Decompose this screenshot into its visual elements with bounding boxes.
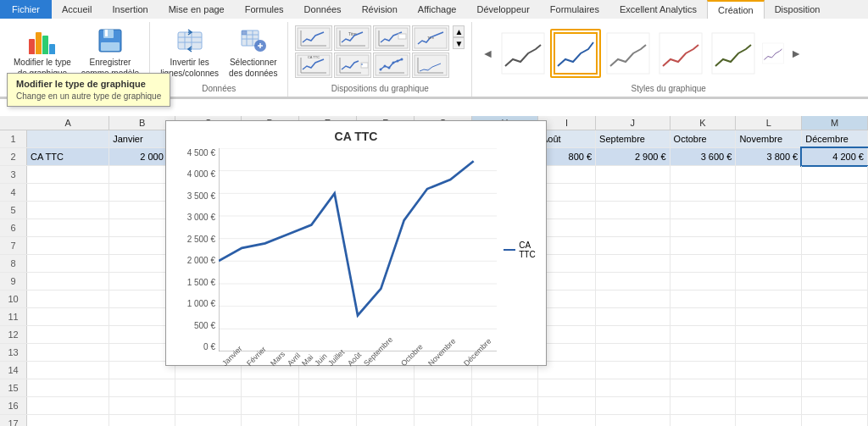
cell-11-k[interactable]: [670, 308, 737, 325]
cell-4-a[interactable]: [27, 184, 109, 201]
style-1[interactable]: [498, 29, 548, 78]
cell-14-a[interactable]: [27, 362, 109, 379]
cell-12-m[interactable]: [802, 326, 868, 343]
tab-disposition[interactable]: Disposition: [765, 0, 831, 19]
cell-11-m[interactable]: [802, 308, 868, 325]
col-header-j[interactable]: J: [596, 116, 670, 130]
cell-2-j[interactable]: 2 900 €: [596, 148, 670, 165]
cell-8-m[interactable]: [802, 255, 868, 272]
cell-12-k[interactable]: [670, 326, 737, 343]
cell-17-i[interactable]: [538, 415, 596, 426]
cell-4-m[interactable]: [802, 184, 868, 201]
cell-6-k[interactable]: [670, 219, 737, 236]
layout-scroll-down[interactable]: ▼: [453, 37, 465, 49]
cell-17-c[interactable]: [175, 415, 242, 426]
tab-formules[interactable]: Formules: [235, 0, 294, 19]
cell-1-l[interactable]: Novembre: [736, 130, 802, 147]
layout-7[interactable]: [373, 53, 410, 78]
cell-17-e[interactable]: [299, 415, 357, 426]
cell-12-l[interactable]: [736, 326, 802, 343]
cell-11-a[interactable]: [27, 308, 109, 325]
cell-16-e[interactable]: [299, 397, 357, 414]
style-6[interactable]: [760, 29, 786, 78]
cell-8-k[interactable]: [670, 255, 737, 272]
cell-17-b[interactable]: [109, 415, 175, 426]
cell-15-e[interactable]: [299, 379, 357, 396]
cell-3-l[interactable]: [736, 166, 802, 183]
cell-13-l[interactable]: [736, 344, 802, 361]
cell-15-c[interactable]: [175, 379, 242, 396]
styles-scroll-right[interactable]: ►: [787, 47, 804, 60]
cell-7-i[interactable]: [538, 237, 596, 254]
cell-9-a[interactable]: [27, 273, 109, 290]
cell-5-a[interactable]: [27, 202, 109, 219]
layout-4[interactable]: Titre: [412, 25, 449, 51]
cell-3-i[interactable]: [538, 166, 596, 183]
layout-3[interactable]: [373, 25, 410, 51]
chart-container[interactable]: CA TTC 4 500 € 4 000 € 3 500 € 3 000 € 2…: [165, 120, 547, 366]
cell-17-j[interactable]: [596, 415, 670, 426]
cell-5-j[interactable]: [596, 202, 670, 219]
cell-5-l[interactable]: [736, 202, 802, 219]
cell-10-k[interactable]: [670, 290, 737, 307]
cell-17-k[interactable]: [670, 415, 737, 426]
cell-2-m[interactable]: 4 200 €: [802, 148, 868, 165]
cell-14-j[interactable]: [596, 362, 670, 379]
tab-mise-en-page[interactable]: Mise en page: [159, 0, 235, 19]
cell-5-i[interactable]: [538, 202, 596, 219]
cell-15-j[interactable]: [596, 379, 670, 396]
cell-11-l[interactable]: [736, 308, 802, 325]
cell-16-d[interactable]: [242, 397, 299, 414]
cell-1-a[interactable]: [27, 130, 109, 147]
cell-17-a[interactable]: [27, 415, 109, 426]
cell-7-j[interactable]: [596, 237, 670, 254]
cell-15-m[interactable]: [802, 379, 868, 396]
tab-revision[interactable]: Révision: [352, 0, 408, 19]
col-header-k[interactable]: K: [670, 116, 737, 130]
cell-10-l[interactable]: [736, 290, 802, 307]
cell-14-i[interactable]: [538, 362, 596, 379]
cell-7-l[interactable]: [736, 237, 802, 254]
cell-2-l[interactable]: 3 800 €: [736, 148, 802, 165]
layout-scroll-up[interactable]: ▲: [453, 25, 465, 37]
cell-10-m[interactable]: [802, 290, 868, 307]
cell-15-a[interactable]: [27, 379, 109, 396]
cell-1-k[interactable]: Octobre: [670, 130, 737, 147]
cell-16-f[interactable]: [357, 397, 415, 414]
cell-11-j[interactable]: [596, 308, 670, 325]
cell-8-j[interactable]: [596, 255, 670, 272]
tab-developpeur[interactable]: Développeur: [466, 0, 539, 19]
style-3[interactable]: [603, 29, 654, 78]
cell-1-j[interactable]: Septembre: [596, 130, 670, 147]
cell-17-f[interactable]: [357, 415, 415, 426]
cell-6-j[interactable]: [596, 219, 670, 236]
cell-2-k[interactable]: 3 600 €: [670, 148, 737, 165]
cell-9-j[interactable]: [596, 273, 670, 290]
cell-15-d[interactable]: [242, 379, 299, 396]
cell-10-j[interactable]: [596, 290, 670, 307]
cell-15-b[interactable]: [109, 379, 175, 396]
cell-13-a[interactable]: [27, 344, 109, 361]
cell-9-i[interactable]: [538, 273, 596, 290]
tab-creation[interactable]: Création: [707, 0, 765, 19]
cell-10-a[interactable]: [27, 290, 109, 307]
cell-8-a[interactable]: [27, 255, 109, 272]
cell-6-l[interactable]: [736, 219, 802, 236]
cell-1-i[interactable]: Août: [538, 130, 596, 147]
cell-12-a[interactable]: [27, 326, 109, 343]
cell-7-a[interactable]: [27, 237, 109, 254]
cell-11-i[interactable]: [538, 308, 596, 325]
col-header-m[interactable]: M: [802, 116, 868, 130]
selectionner-donnees-button[interactable]: Sélectionnerdes données: [224, 24, 282, 82]
cell-13-i[interactable]: [538, 344, 596, 361]
layout-1[interactable]: [295, 25, 332, 51]
cell-5-k[interactable]: [670, 202, 737, 219]
cell-16-i[interactable]: [538, 397, 596, 414]
cell-3-j[interactable]: [596, 166, 670, 183]
cell-17-h[interactable]: [472, 415, 538, 426]
cell-14-k[interactable]: [670, 362, 737, 379]
cell-16-m[interactable]: [802, 397, 868, 414]
cell-16-k[interactable]: [670, 397, 737, 414]
cell-13-m[interactable]: [802, 344, 868, 361]
tab-excellent[interactable]: Excellent Analytics: [609, 0, 707, 19]
